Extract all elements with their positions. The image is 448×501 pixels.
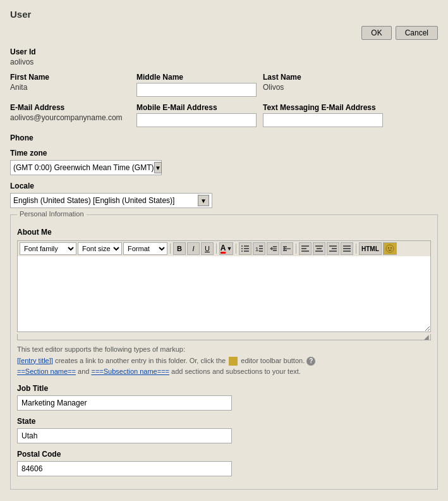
toolbar-box-icon bbox=[229, 357, 238, 366]
underline-button[interactable]: U bbox=[201, 242, 214, 255]
ok-button[interactable]: OK bbox=[361, 26, 391, 40]
locale-dropdown[interactable]: English (United States) [English (United… bbox=[10, 193, 212, 208]
timezone-arrow-icon[interactable]: ▼ bbox=[154, 162, 162, 173]
timezone-dropdown[interactable]: (GMT 0:00) Greenwich Mean Time (GMT) ▼ bbox=[10, 160, 162, 175]
markup-hint: This text editor supports the following … bbox=[17, 344, 431, 378]
svg-point-32 bbox=[390, 247, 392, 249]
markup-hint-rest: add sections and subsections to your tex… bbox=[171, 368, 301, 375]
align-center-button[interactable] bbox=[313, 242, 325, 255]
postal-code-input[interactable] bbox=[17, 461, 232, 476]
mobile-email-input[interactable] bbox=[136, 113, 257, 127]
markup-hint-section: ==Section name== bbox=[17, 368, 76, 375]
unordered-list-button[interactable] bbox=[239, 242, 251, 255]
svg-rect-26 bbox=[329, 250, 337, 252]
svg-rect-13 bbox=[273, 250, 277, 251]
svg-rect-3 bbox=[244, 245, 249, 247]
bold-button[interactable]: B bbox=[173, 242, 186, 255]
postal-code-label: Postal Code bbox=[17, 450, 431, 459]
middle-name-col: Middle Name bbox=[136, 73, 257, 97]
svg-rect-20 bbox=[301, 250, 309, 252]
svg-rect-21 bbox=[315, 245, 323, 247]
user-id-label: User Id bbox=[10, 47, 438, 56]
page-container: User OK Cancel User Id aolivos First Nam… bbox=[0, 0, 448, 501]
align-right-button[interactable] bbox=[327, 242, 339, 255]
first-name-label: First Name bbox=[10, 73, 130, 82]
svg-rect-22 bbox=[317, 248, 322, 249]
indent-button[interactable] bbox=[281, 242, 293, 255]
page-title: User bbox=[10, 9, 438, 20]
emoji-button[interactable] bbox=[383, 242, 397, 255]
toolbar-separator-2 bbox=[216, 244, 217, 254]
text-msg-email-input[interactable] bbox=[263, 113, 383, 127]
state-input[interactable] bbox=[17, 428, 232, 443]
first-name-value: Anita bbox=[10, 83, 130, 92]
user-id-value: aolivos bbox=[10, 58, 33, 66]
toolbar-separator-1 bbox=[170, 244, 171, 254]
ordered-list-button[interactable]: 1. bbox=[253, 242, 265, 255]
cancel-button[interactable]: Cancel bbox=[396, 26, 438, 40]
markup-hint-line1: This text editor supports the following … bbox=[17, 344, 431, 356]
job-title-group: Job Title bbox=[17, 384, 431, 411]
markup-hint-subsection: ===Subsection name=== bbox=[91, 368, 169, 375]
last-name-col: Last Name Olivos bbox=[263, 73, 383, 97]
email-value: aolivos@yourcompanyname.com bbox=[10, 113, 130, 122]
personal-info-legend: Personal Information bbox=[17, 210, 87, 218]
svg-rect-27 bbox=[343, 245, 351, 247]
locale-label: Locale bbox=[10, 182, 438, 190]
timezone-select[interactable]: (GMT 0:00) Greenwich Mean Time (GMT) bbox=[13, 163, 154, 172]
svg-rect-12 bbox=[270, 249, 277, 250]
locale-select[interactable]: English (United States) [English (United… bbox=[13, 196, 198, 205]
email-row: E-Mail Address aolivos@yourcompanyname.c… bbox=[10, 103, 438, 127]
align-left-button[interactable] bbox=[299, 242, 312, 255]
last-name-label: Last Name bbox=[263, 73, 383, 82]
font-color-button[interactable]: A ▼ bbox=[219, 242, 233, 255]
markup-hint-line2: [[entry title]] creates a link to anothe… bbox=[17, 356, 431, 367]
mobile-email-label: Mobile E-Mail Address bbox=[136, 103, 257, 112]
svg-point-30 bbox=[386, 245, 394, 252]
job-title-label: Job Title bbox=[17, 384, 431, 393]
user-id-group: User Id aolivos bbox=[10, 47, 438, 66]
markup-hint-and: and bbox=[78, 368, 91, 375]
toolbar-separator-5 bbox=[356, 244, 356, 254]
button-row: OK Cancel bbox=[10, 26, 438, 40]
svg-rect-18 bbox=[301, 245, 309, 247]
about-me-editor[interactable] bbox=[17, 256, 431, 332]
mobile-email-col: Mobile E-Mail Address bbox=[136, 103, 257, 127]
svg-rect-5 bbox=[244, 250, 249, 252]
last-name-value: Olivos bbox=[263, 83, 383, 92]
toolbar-separator-3 bbox=[236, 244, 236, 254]
postal-code-group: Postal Code bbox=[17, 450, 431, 476]
middle-name-input[interactable] bbox=[136, 83, 257, 97]
italic-button[interactable]: I bbox=[187, 242, 200, 255]
svg-rect-23 bbox=[315, 250, 323, 252]
font-size-dropdown[interactable]: Font size bbox=[78, 242, 122, 255]
font-family-dropdown[interactable]: Font family bbox=[20, 242, 76, 255]
svg-rect-9 bbox=[259, 250, 263, 252]
outdent-button[interactable] bbox=[267, 242, 279, 255]
personal-info-section: Personal Information About Me Font famil… bbox=[10, 214, 438, 490]
state-label: State bbox=[17, 417, 431, 426]
middle-name-label: Middle Name bbox=[136, 73, 257, 82]
resize-icon: ◢ bbox=[424, 334, 429, 340]
toolbar-separator-4 bbox=[296, 244, 296, 254]
svg-rect-11 bbox=[273, 246, 277, 247]
phone-group: Phone bbox=[10, 133, 438, 142]
svg-rect-4 bbox=[244, 248, 249, 249]
markup-hint-text2: creates a link to another entry in this … bbox=[55, 357, 227, 364]
svg-rect-25 bbox=[332, 248, 337, 249]
editor-resize-handle[interactable]: ◢ bbox=[17, 334, 431, 340]
svg-rect-2 bbox=[241, 250, 243, 252]
svg-rect-28 bbox=[343, 248, 351, 249]
job-title-input[interactable] bbox=[17, 395, 232, 411]
justify-button[interactable] bbox=[341, 242, 353, 255]
format-dropdown[interactable]: Format bbox=[123, 242, 167, 255]
help-icon[interactable]: ? bbox=[306, 357, 315, 366]
html-button[interactable]: HTML bbox=[359, 242, 382, 255]
timezone-label: Time zone bbox=[10, 149, 438, 158]
locale-arrow-icon[interactable]: ▼ bbox=[198, 195, 209, 206]
editor-toolbar: Font family Font size Format B I U A ▼ bbox=[17, 240, 431, 256]
svg-rect-24 bbox=[329, 245, 337, 247]
font-color-arrow[interactable]: ▼ bbox=[226, 245, 232, 252]
markup-hint-entry: [[entry title]] bbox=[17, 357, 53, 364]
svg-rect-29 bbox=[343, 250, 351, 252]
